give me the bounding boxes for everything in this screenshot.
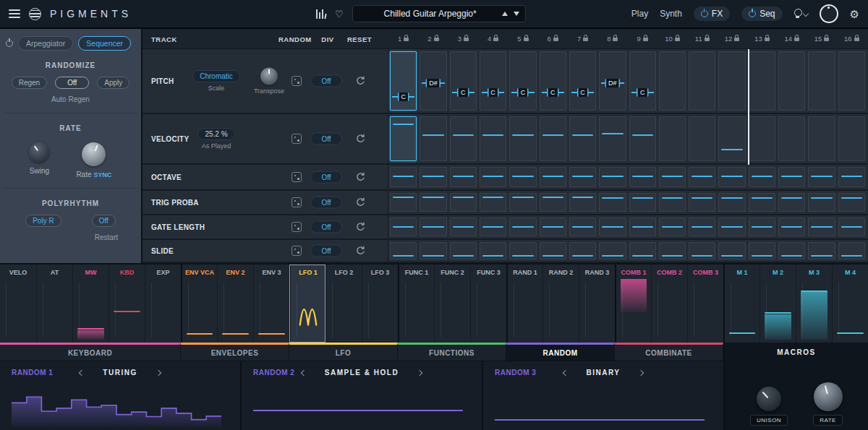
step-header-4[interactable]: 4 <box>480 29 506 48</box>
lock-icon[interactable] <box>493 38 498 41</box>
mod-slot-m-3[interactable]: M 3 <box>796 265 832 343</box>
nav-fx[interactable]: FX <box>694 7 730 21</box>
trig-randomize-dice-icon[interactable] <box>292 197 302 207</box>
cell-velocity-3[interactable] <box>450 116 477 161</box>
nav-synth[interactable]: Synth <box>660 9 682 19</box>
mod-slot-kbd[interactable]: KBD <box>109 265 145 343</box>
cell-slide-5[interactable] <box>509 242 536 259</box>
cell-trig_proba-3[interactable] <box>450 193 477 212</box>
step-header-15[interactable]: 15 <box>808 29 835 48</box>
nav-play[interactable]: Play <box>631 9 648 19</box>
pitch-scale-mode[interactable]: Chromatic <box>192 70 240 82</box>
mod-slot-mw[interactable]: MW <box>72 265 109 343</box>
cell-pitch-16[interactable] <box>838 51 865 111</box>
mod-slot-lfo-3[interactable]: LFO 3 <box>362 265 398 343</box>
cell-pitch-14[interactable] <box>778 51 805 111</box>
cell-slide-7[interactable] <box>569 242 596 259</box>
pitch-reset-icon[interactable] <box>355 76 366 87</box>
cell-slide-1[interactable] <box>390 242 417 259</box>
cell-gate_length-4[interactable] <box>480 218 506 236</box>
cell-trig_proba-15[interactable] <box>808 193 835 212</box>
cell-octave-11[interactable] <box>689 167 715 187</box>
trig-div-toggle[interactable]: Off <box>310 197 342 209</box>
step-header-9[interactable]: 9 <box>629 29 656 48</box>
rate-knob[interactable] <box>82 142 106 166</box>
cell-slide-3[interactable] <box>450 242 477 259</box>
cell-trig_proba-11[interactable] <box>689 193 715 212</box>
cell-pitch-3[interactable]: C <box>450 51 477 111</box>
velocity-amount[interactable]: 25.2 % <box>197 128 234 140</box>
cell-slide-9[interactable] <box>629 242 656 259</box>
cell-pitch-10[interactable] <box>659 51 686 111</box>
cell-trig_proba-12[interactable] <box>718 193 745 212</box>
cell-slide-12[interactable] <box>718 242 745 259</box>
macro-label-rate[interactable]: RATE <box>813 415 843 426</box>
cell-trig_proba-6[interactable] <box>540 193 566 212</box>
mod-slot-func-1[interactable]: FUNC 1 <box>398 265 434 343</box>
cell-trig_proba-16[interactable] <box>838 193 865 212</box>
mod-slot-env-vca[interactable]: ENV VCA <box>181 265 217 343</box>
cell-pitch-9[interactable]: C <box>629 51 656 111</box>
cell-velocity-6[interactable] <box>540 116 566 161</box>
mod-slot-exp[interactable]: EXP <box>145 265 181 343</box>
library-icon[interactable] <box>316 9 326 19</box>
cell-velocity-9[interactable] <box>629 116 656 161</box>
mod-slot-at[interactable]: AT <box>36 265 72 343</box>
cell-pitch-6[interactable]: C <box>540 51 566 111</box>
cell-trig_proba-8[interactable] <box>599 193 626 212</box>
sync-toggle[interactable]: SYNC <box>94 171 112 179</box>
lock-icon[interactable] <box>524 38 529 41</box>
mod-slot-env-2[interactable]: ENV 2 <box>217 265 253 343</box>
cell-pitch-13[interactable] <box>749 51 775 111</box>
mod-slot-func-2[interactable]: FUNC 2 <box>434 265 470 343</box>
tab-functions[interactable]: FUNCTIONS <box>398 343 506 361</box>
lock-icon[interactable] <box>583 38 588 41</box>
cell-octave-12[interactable] <box>718 167 745 187</box>
step-header-16[interactable]: 16 <box>838 29 865 48</box>
mod-slot-env-3[interactable]: ENV 3 <box>253 265 289 343</box>
apply-button[interactable]: Apply <box>97 77 129 89</box>
cell-gate_length-14[interactable] <box>778 218 805 236</box>
mod-slot-m-1[interactable]: M 1 <box>723 265 760 343</box>
lock-icon[interactable] <box>854 38 859 41</box>
pitch-div-toggle[interactable]: Off <box>310 75 342 87</box>
tutorials-bulb-icon[interactable] <box>794 9 802 20</box>
master-volume-knob[interactable] <box>820 4 838 23</box>
tab-combinate[interactable]: COMBINATE <box>615 343 723 361</box>
cell-slide-6[interactable] <box>540 242 566 259</box>
octave-randomize-dice-icon[interactable] <box>292 172 302 182</box>
cell-trig_proba-2[interactable] <box>420 193 446 212</box>
cell-slide-16[interactable] <box>838 242 865 259</box>
cell-gate_length-5[interactable] <box>509 218 536 236</box>
trig-reset-icon[interactable] <box>355 197 366 208</box>
cell-octave-2[interactable] <box>420 167 446 187</box>
mod-slot-rand-2[interactable]: RAND 2 <box>542 265 579 343</box>
cell-velocity-10[interactable] <box>659 116 686 161</box>
mode-prev-icon[interactable] <box>562 369 568 375</box>
preset-next-icon[interactable] <box>514 12 519 16</box>
lock-icon[interactable] <box>404 38 409 41</box>
octave-div-toggle[interactable]: Off <box>310 171 342 184</box>
lock-icon[interactable] <box>794 38 799 41</box>
lock-icon[interactable] <box>613 38 618 41</box>
pitch-randomize-dice-icon[interactable] <box>292 76 302 86</box>
mod-slot-func-3[interactable]: FUNC 3 <box>470 265 506 343</box>
step-header-13[interactable]: 13 <box>749 29 775 48</box>
loop-end-marker[interactable] <box>748 49 749 165</box>
swing-knob[interactable] <box>29 142 49 163</box>
cell-pitch-1[interactable]: C <box>390 51 417 111</box>
cell-octave-16[interactable] <box>838 167 865 187</box>
cell-octave-1[interactable] <box>390 167 417 187</box>
step-header-8[interactable]: 8 <box>599 29 626 48</box>
cell-octave-15[interactable] <box>808 167 835 187</box>
mod-slot-velo[interactable]: VELO <box>0 265 36 343</box>
cell-velocity-16[interactable] <box>838 116 865 161</box>
cell-gate_length-15[interactable] <box>808 218 835 236</box>
step-header-6[interactable]: 6 <box>540 29 566 48</box>
preset-selector[interactable]: Chilled Guitar Arpeggio* <box>352 5 526 22</box>
cell-octave-8[interactable] <box>599 167 626 187</box>
cell-slide-15[interactable] <box>808 242 835 259</box>
cell-velocity-2[interactable] <box>420 116 446 161</box>
mod-slot-comb-3[interactable]: COMB 3 <box>687 265 723 343</box>
mod-slot-comb-2[interactable]: COMB 2 <box>651 265 687 343</box>
